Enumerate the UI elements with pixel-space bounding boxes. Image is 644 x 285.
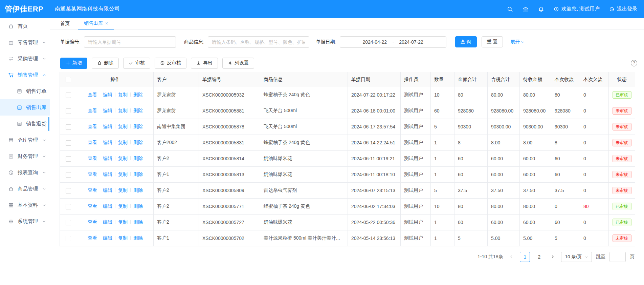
sidebar-scrollbar-thumb[interactable] <box>48 117 49 131</box>
delete-link[interactable]: 删除 <box>133 108 143 113</box>
received-cell: 928080 <box>551 103 580 119</box>
prev-page-icon[interactable] <box>507 252 516 262</box>
delete-link[interactable]: 删除 <box>133 140 143 145</box>
copy-link[interactable]: 复制 <box>118 108 128 113</box>
delete-link[interactable]: 删除 <box>133 235 143 241</box>
view-link[interactable]: 查看 <box>88 171 97 177</box>
operator-cell: 测试用户 <box>401 135 431 151</box>
row-checkbox[interactable] <box>66 108 71 114</box>
bell-icon[interactable] <box>538 6 544 12</box>
row-checkbox[interactable] <box>66 204 71 209</box>
export-button[interactable]: 导出 <box>191 58 218 69</box>
row-checkbox[interactable] <box>66 156 71 162</box>
add-button[interactable]: 新增 <box>60 58 87 69</box>
delete-link[interactable]: 删除 <box>133 124 143 129</box>
copy-link[interactable]: 复制 <box>118 92 128 97</box>
delete-link[interactable]: 删除 <box>133 171 143 177</box>
date-range-picker[interactable]: 2024-04-22 ~ 2024-07-22 <box>340 36 446 48</box>
copy-link[interactable]: 复制 <box>118 187 128 193</box>
expand-link[interactable]: 展开 <box>510 39 525 45</box>
copy-link[interactable]: 复制 <box>118 235 128 241</box>
copy-link[interactable]: 复制 <box>118 156 128 161</box>
view-link[interactable]: 查看 <box>88 92 97 97</box>
view-link[interactable]: 查看 <box>88 203 97 209</box>
view-link[interactable]: 查看 <box>88 140 97 145</box>
view-link[interactable]: 查看 <box>88 187 97 193</box>
bank-icon[interactable] <box>523 6 529 12</box>
select-all-checkbox[interactable] <box>66 77 71 82</box>
tab-sales-outbound[interactable]: 销售出库 × <box>78 18 114 29</box>
finance-icon <box>8 154 14 159</box>
audit-button[interactable]: 审核 <box>123 58 150 69</box>
row-checkbox[interactable] <box>66 220 71 225</box>
edit-link[interactable]: 编辑 <box>103 124 112 129</box>
delete-link[interactable]: 删除 <box>133 219 143 225</box>
sidebar-item-sales[interactable]: 销售管理 <box>0 67 50 83</box>
close-icon[interactable]: × <box>105 21 108 26</box>
column-settings-button[interactable]: 列设置 <box>222 58 254 69</box>
copy-link[interactable]: 复制 <box>118 203 128 209</box>
product-input[interactable] <box>208 36 309 48</box>
sidebar-item-basic-data[interactable]: 基本资料 <box>0 197 50 213</box>
copy-link[interactable]: 复制 <box>118 124 128 129</box>
sidebar-item-sales-outbound[interactable]: 销售出库 <box>0 99 50 116</box>
row-checkbox[interactable] <box>66 124 71 130</box>
help-icon[interactable]: ? <box>631 60 637 66</box>
view-link[interactable]: 查看 <box>88 124 97 129</box>
delete-link[interactable]: 删除 <box>133 92 143 97</box>
edit-link[interactable]: 编辑 <box>103 171 112 177</box>
delete-link[interactable]: 删除 <box>133 203 143 209</box>
logout-button[interactable]: 退出登录 <box>609 6 637 12</box>
search-button[interactable]: 查 询 <box>455 36 477 47</box>
row-checkbox[interactable] <box>66 188 71 194</box>
row-checkbox[interactable] <box>66 172 71 178</box>
sidebar-item-warehouse[interactable]: 仓库管理 <box>0 132 50 148</box>
bill-no-input[interactable] <box>84 36 176 48</box>
copy-link[interactable]: 复制 <box>118 140 128 145</box>
row-checkbox[interactable] <box>66 93 71 98</box>
sidebar-item-goods[interactable]: 商品管理 <box>0 181 50 197</box>
edit-link[interactable]: 编辑 <box>103 187 112 193</box>
view-link[interactable]: 查看 <box>88 108 97 113</box>
view-link[interactable]: 查看 <box>88 156 97 161</box>
tab-home[interactable]: 首页 <box>54 18 76 29</box>
view-link[interactable]: 查看 <box>88 235 97 241</box>
sidebar-item-purchase[interactable]: 采购管理 <box>0 50 50 67</box>
edit-link[interactable]: 编辑 <box>103 219 112 225</box>
welcome-user[interactable]: 欢迎您, 测试用户 <box>554 6 600 12</box>
sidebar-item-retail[interactable]: 零售管理 <box>0 34 50 50</box>
row-checkbox[interactable] <box>66 140 71 146</box>
bill-no-label: 单据编号: <box>60 39 81 45</box>
page-size-select[interactable]: 10 条/页 <box>561 252 592 262</box>
sidebar-item-system[interactable]: 系统管理 <box>0 213 50 229</box>
search-icon[interactable] <box>507 6 513 12</box>
edit-link[interactable]: 编辑 <box>103 156 112 161</box>
edit-link[interactable]: 编辑 <box>103 92 112 97</box>
amount-cell: 37.5 <box>454 183 488 199</box>
copy-link[interactable]: 复制 <box>118 219 128 225</box>
sidebar-item-report[interactable]: 报表查询 <box>0 164 50 181</box>
edit-link[interactable]: 编辑 <box>103 140 112 145</box>
qty-cell: 1 <box>431 167 454 183</box>
reset-button[interactable]: 重 置 <box>482 36 503 47</box>
edit-link[interactable]: 编辑 <box>103 203 112 209</box>
row-checkbox[interactable] <box>66 236 71 241</box>
sidebar-item-finance[interactable]: 财务管理 <box>0 148 50 164</box>
page-number-2[interactable]: 2 <box>534 252 544 262</box>
sidebar-item-home[interactable]: 首页 <box>0 18 50 34</box>
edit-link[interactable]: 编辑 <box>103 108 112 113</box>
delete-link[interactable]: 删除 <box>133 156 143 161</box>
view-link[interactable]: 查看 <box>88 219 97 225</box>
next-page-icon[interactable] <box>548 252 557 262</box>
unaudit-button[interactable]: 反审核 <box>155 58 186 69</box>
sidebar-item-sales-return[interactable]: 销售退货 <box>0 116 50 132</box>
status-badge: 已审核 <box>613 91 631 99</box>
page-number-1[interactable]: 1 <box>520 252 530 262</box>
product-label: 商品信息: <box>184 39 204 45</box>
copy-link[interactable]: 复制 <box>118 171 128 177</box>
sidebar-item-sales-order[interactable]: 销售订单 <box>0 83 50 99</box>
delete-link[interactable]: 删除 <box>133 187 143 193</box>
edit-link[interactable]: 编辑 <box>103 235 112 241</box>
jump-page-input[interactable] <box>609 252 626 262</box>
delete-button[interactable]: 删除 <box>92 58 119 69</box>
